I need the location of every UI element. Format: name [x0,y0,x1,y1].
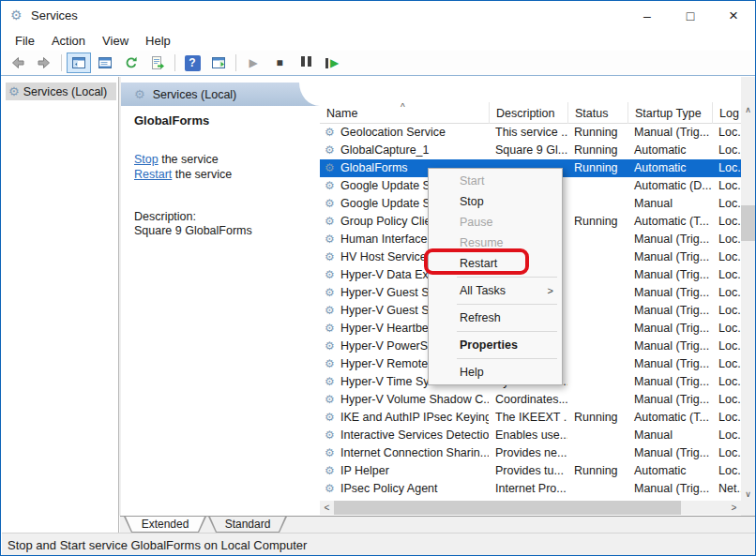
stop-service-button[interactable]: ■ [267,53,292,73]
console-tree-icon [71,55,86,70]
service-status-cell: Running [567,142,627,159]
menu-item-stop[interactable]: Stop [429,191,562,212]
service-status-cell [567,320,627,338]
scroll-right-icon[interactable]: > [727,501,741,515]
service-logon-cell: Loc... [712,409,741,427]
service-logon-cell: Loc... [712,373,741,391]
column-header-status[interactable]: Status [567,102,627,124]
export-list-button[interactable] [145,53,170,73]
vertical-scroll-thumb[interactable] [741,205,755,241]
service-row[interactable]: ⚙IKE and AuthIP IPsec Keying...The IKEEX… [320,409,741,427]
minimize-icon[interactable]: – [626,1,669,30]
service-logon-cell: Loc... [712,427,741,444]
service-startup-type-cell: Manual (Trig... [627,231,712,248]
menu-view[interactable]: View [94,32,137,50]
help-button[interactable]: ? [180,53,204,73]
service-status-cell [567,355,627,373]
service-logon-cell: Loc... [712,302,741,320]
service-description-cell: Square 9 Gl... [489,142,567,159]
service-logon-cell: Loc... [712,355,741,373]
horizontal-scrollbar[interactable]: < > [320,501,741,515]
tree-item-label: Services (Local) [23,85,108,98]
column-header-startup-type[interactable]: Startup Type [627,102,712,124]
service-startup-type-cell: Manual (Trig... [627,391,712,409]
menu-item-properties[interactable]: Properties [429,335,562,355]
stop-service-link[interactable]: Stop [134,153,159,166]
service-startup-type-cell: Manual (Trig... [627,248,712,266]
service-logon-cell: Loc... [712,266,741,284]
service-logon-cell: Net... [712,480,741,498]
menu-file[interactable]: File [7,32,43,50]
scrollbar-corner [741,501,755,515]
service-row[interactable]: ⚙Internet Connection Sharin...Provides n… [320,444,741,462]
service-startup-type-cell: Automatic (D... [627,177,712,195]
service-description-cell: Enables use... [489,427,567,444]
help-icon: ? [185,55,201,71]
service-name-cell: IPsec Policy Agent [320,480,489,498]
pause-service-button[interactable] [294,53,318,73]
column-header-log-on-as[interactable]: Log [712,102,741,124]
back-button[interactable] [6,53,30,73]
menu-item-help[interactable]: Help [429,362,562,383]
refresh-button[interactable] [119,53,144,73]
menu-action[interactable]: Action [43,32,94,50]
restart-service-button[interactable]: ▶ [320,53,344,73]
stop-service-line: Stop the service [134,152,314,167]
column-header-description[interactable]: Description [489,102,567,124]
show-console-tree-button[interactable] [67,53,91,73]
scroll-down-icon[interactable]: ∨ [741,487,755,501]
service-logon-cell: Loc... [712,124,741,142]
toolbar-separator [61,54,62,71]
service-logon-cell: Loc... [712,391,741,409]
service-row[interactable]: ⚙Geolocation ServiceThis service ...Runn… [320,124,741,142]
service-row[interactable]: ⚙Interactive Services DetectionEnables u… [320,427,741,444]
menu-separator [457,358,557,359]
service-row[interactable]: ⚙GlobalCapture_1Square 9 Gl...RunningAut… [320,142,741,159]
gear-icon: ⚙ [134,87,145,101]
tree-item-services-local[interactable]: ⚙ Services (Local) [6,83,116,100]
column-header-name[interactable]: Name ^ [320,102,489,124]
service-status-cell [567,391,627,409]
tab-extended[interactable]: Extended [124,517,206,533]
service-startup-type-cell: Manual (Trig... [627,284,712,302]
scroll-up-icon[interactable]: ∧ [741,102,755,116]
services-app-icon: ⚙ [10,8,23,23]
start-icon: ▶ [249,56,257,69]
service-startup-type-cell: Manual (Trig... [627,480,712,498]
service-startup-type-cell: Manual (Trig... [627,355,712,373]
vertical-scrollbar[interactable]: ∧ ∨ [741,102,755,501]
service-startup-type-cell: Automatic (T... [627,213,712,231]
sort-ascending-icon: ^ [401,102,405,113]
start-service-button[interactable]: ▶ [241,53,265,73]
show-action-pane-button[interactable] [206,53,231,73]
service-logon-cell: Loc... [712,462,741,480]
service-startup-type-cell: Manual [627,427,712,444]
service-name-cell: Geolocation Service [320,124,489,142]
gear-icon: ⚙ [8,84,20,98]
menu-item-all-tasks[interactable]: All Tasks> [429,280,562,301]
scroll-left-icon[interactable]: < [320,501,334,515]
properties-toolbar-button[interactable] [93,53,117,73]
service-status-cell [567,195,627,213]
properties-icon [98,55,113,70]
menu-item-refresh[interactable]: Refresh [429,308,562,328]
band-title: Services (Local) [153,88,237,101]
service-startup-type-cell: Manual (Trig... [627,444,712,462]
restart-service-link[interactable]: Restart [134,168,172,181]
service-row[interactable]: ⚙IPsec Policy AgentInternet Pro...Manual… [320,480,741,498]
service-logon-cell: Loc... [712,284,741,302]
service-startup-type-cell: Manual (Trig... [627,302,712,320]
menu-separator [457,277,557,278]
service-status-cell [567,427,627,444]
maximize-icon[interactable]: □ [669,1,712,30]
close-icon[interactable]: × [712,1,755,30]
menu-item-pause: Pause [429,212,562,233]
submenu-arrow-icon: > [548,280,553,301]
horizontal-scroll-thumb[interactable] [334,501,681,515]
menu-help[interactable]: Help [137,32,179,50]
service-row[interactable]: ⚙IP HelperProvides tu...RunningAutomatic… [320,462,741,480]
forward-button[interactable] [32,53,56,73]
tab-standard[interactable]: Standard [208,517,287,533]
service-startup-type-cell: Manual (Trig... [627,266,712,284]
service-row[interactable]: ⚙Hyper-V Volume Shadow C...Coordinates..… [320,391,741,409]
